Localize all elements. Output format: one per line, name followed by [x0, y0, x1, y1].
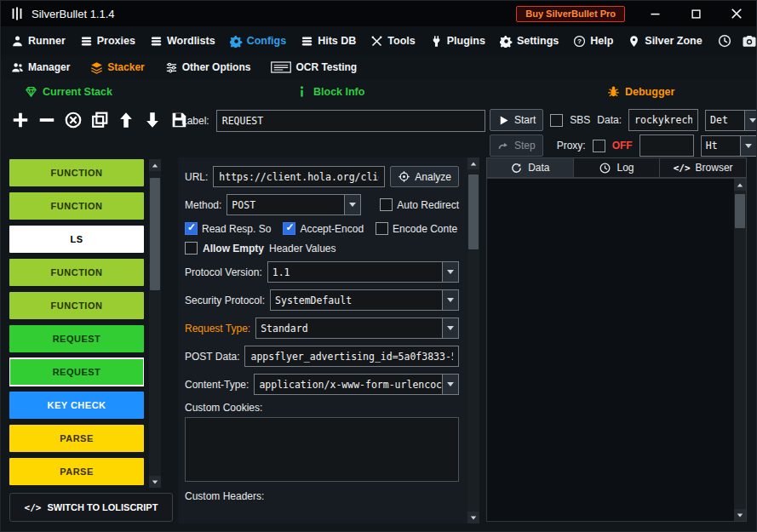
submenu-ocr-testing[interactable]: OCR Testing [271, 61, 357, 73]
menu-tools[interactable]: Tools [370, 35, 415, 48]
block-label-input[interactable] [216, 110, 485, 132]
history-icon[interactable] [717, 33, 732, 49]
url-row: URL: Analyze [185, 166, 459, 187]
menu-hits-db[interactable]: Hits DB [301, 35, 356, 48]
switch-to-loliscript-button[interactable]: </> SWITCH TO LOLISCRIPT [9, 493, 173, 522]
debugger-scrollbar[interactable] [734, 179, 746, 521]
menu-tools-label: Tools [387, 35, 415, 47]
menu-silver-zone[interactable]: Silver Zone [628, 35, 702, 48]
stack-block[interactable]: LS [9, 226, 144, 253]
request-type-select[interactable]: Standard [255, 317, 459, 339]
accept-encoding-checkbox[interactable] [283, 222, 295, 235]
encode-content-checkbox[interactable] [376, 222, 388, 235]
menu-runner[interactable]: Runner [11, 35, 66, 48]
proxy-checkbox[interactable] [593, 140, 605, 152]
protocol-version-dropdown-button[interactable] [442, 262, 458, 282]
proxy-type-select[interactable]: Ht [701, 135, 757, 157]
menu-help[interactable]: ? Help [573, 35, 613, 48]
remove-block-button[interactable] [36, 108, 58, 132]
method-dropdown-button[interactable] [344, 195, 360, 215]
stack-block[interactable]: REQUEST [9, 358, 144, 386]
tab-log[interactable]: Log [574, 157, 661, 178]
scroll-thumb[interactable] [735, 194, 745, 228]
start-button[interactable]: Start [490, 109, 543, 131]
content-type-dropdown-button[interactable] [442, 375, 458, 394]
stack-block[interactable]: FUNCTION [9, 192, 144, 220]
refresh-icon [510, 162, 523, 174]
move-block-down-button[interactable] [141, 108, 163, 132]
scroll-thumb[interactable] [468, 174, 479, 249]
tab-browser[interactable]: </> Browser [660, 157, 747, 178]
data-type-select[interactable]: Det [705, 110, 757, 131]
menu-settings[interactable]: Settings [500, 35, 559, 48]
proxy-type-value: Ht [702, 136, 740, 156]
protocol-version-select[interactable]: 1.1 [267, 261, 459, 283]
allow-empty-checkbox[interactable] [185, 242, 198, 255]
read-resp-label: Read Resp. So [202, 223, 271, 235]
block-info-scrollbar[interactable] [467, 157, 479, 523]
stack-block[interactable]: FUNCTION [9, 259, 144, 286]
maximize-button[interactable] [685, 4, 707, 23]
security-protocol-select[interactable]: SystemDefault [270, 289, 459, 311]
scroll-track[interactable] [734, 191, 746, 509]
method-row: Method: POST Auto Redirect [185, 194, 459, 215]
scroll-up-arrow[interactable] [467, 157, 479, 169]
stack-block[interactable]: FUNCTION [9, 159, 144, 186]
submenu-manager[interactable]: Manager [11, 61, 70, 74]
stack-scrollbar[interactable] [149, 159, 161, 488]
add-block-button[interactable] [9, 108, 32, 132]
scroll-track[interactable] [467, 169, 479, 512]
stack-block[interactable]: PARSE [9, 425, 144, 452]
scroll-down-arrow[interactable] [734, 509, 746, 521]
disable-block-button[interactable] [62, 108, 84, 132]
custom-cookies-textarea[interactable] [185, 417, 459, 482]
move-block-up-button[interactable] [115, 108, 137, 132]
menu-configs[interactable]: Configs [230, 35, 287, 48]
scroll-down-arrow[interactable] [467, 512, 479, 523]
menu-wordlists-label: Wordlists [167, 35, 215, 47]
hits-db-icon [301, 35, 313, 48]
clone-block-button[interactable] [89, 108, 111, 132]
post-data-input[interactable] [244, 346, 459, 367]
proxy-type-dropdown-button[interactable] [740, 136, 756, 156]
menu-plugins[interactable]: Plugins [430, 35, 485, 48]
debugger-output-area[interactable] [486, 178, 747, 522]
menu-wordlists[interactable]: Wordlists [150, 35, 215, 48]
stack-block[interactable]: KEY CHECK [9, 392, 144, 419]
method-select[interactable]: POST [227, 194, 361, 215]
security-protocol-dropdown-button[interactable] [442, 290, 458, 310]
content-type-select[interactable]: application/x-www-form-urlencoc [254, 374, 459, 395]
step-button[interactable]: Step [490, 134, 543, 157]
titlebar: SilverBullet 1.1.4 Buy SilverBullet Pro [1, 1, 756, 26]
request-type-dropdown-button[interactable] [442, 318, 458, 338]
minimize-button[interactable] [644, 4, 666, 23]
data-type-dropdown-button[interactable] [744, 111, 757, 130]
scroll-up-arrow[interactable] [734, 179, 746, 191]
menu-settings-label: Settings [517, 35, 559, 47]
scroll-thumb[interactable] [150, 178, 160, 290]
proxy-input[interactable] [639, 134, 694, 157]
stack-block[interactable]: REQUEST [9, 325, 144, 352]
scroll-track[interactable] [149, 171, 161, 476]
stack-block[interactable]: PARSE [9, 458, 144, 485]
submenu-manager-label: Manager [28, 61, 70, 73]
auto-redirect-checkbox[interactable] [380, 198, 393, 211]
buy-pro-button[interactable]: Buy SilverBullet Pro [516, 6, 625, 22]
tab-data[interactable]: Data [486, 157, 574, 178]
app-logo-icon [9, 6, 25, 21]
close-button[interactable] [725, 4, 748, 23]
scroll-up-arrow[interactable] [149, 159, 161, 171]
security-protocol-row: Security Protocol: SystemDefault [185, 289, 459, 311]
menu-proxies[interactable]: Proxies [80, 35, 135, 48]
switch-to-loliscript-label: SWITCH TO LOLISCRIPT [47, 502, 158, 512]
submenu-stacker[interactable]: Stacker [90, 61, 144, 74]
read-resp-checkbox[interactable] [185, 222, 198, 235]
submenu-other-options[interactable]: Other Options [165, 61, 251, 74]
stack-block[interactable]: FUNCTION [9, 292, 144, 319]
camera-icon[interactable] [742, 33, 757, 49]
scroll-down-arrow[interactable] [149, 476, 161, 488]
url-input[interactable] [213, 166, 385, 187]
sbs-checkbox[interactable] [550, 114, 563, 127]
debug-data-input[interactable] [628, 109, 698, 131]
analyze-button[interactable]: Analyze [390, 166, 459, 187]
